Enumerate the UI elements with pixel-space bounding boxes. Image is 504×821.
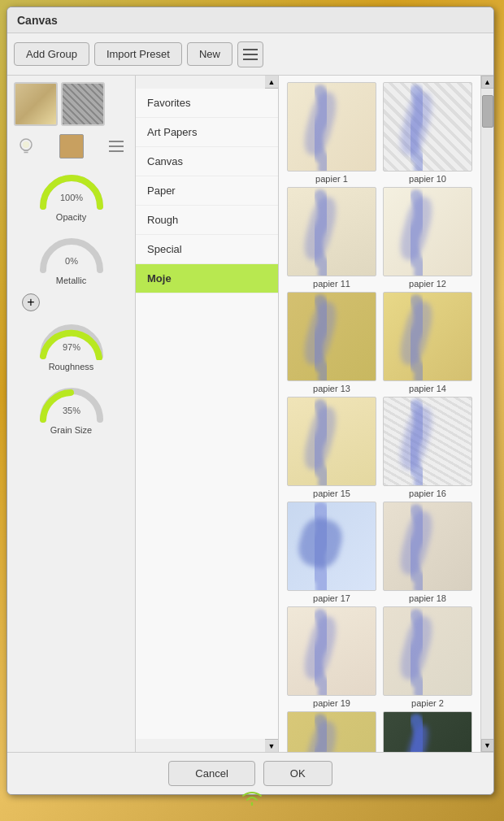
nav-item-canvas[interactable]: Canvas (136, 147, 278, 176)
nav-item-moje[interactable]: Moje (136, 264, 278, 293)
texture-name-papier2: papier 2 (411, 698, 444, 708)
texture-preview-papier18 (383, 502, 472, 591)
nav-panel: Favorites Art Papers Canvas Paper Rough … (136, 89, 279, 739)
texture-item-papier10[interactable]: papier 10 (381, 82, 474, 184)
import-preset-button[interactable]: Import Preset (94, 42, 182, 66)
texture-item-papier21[interactable]: papier 21 (381, 711, 474, 752)
svg-rect-1 (243, 54, 258, 55)
scroll-down-arrow[interactable]: ▼ (481, 739, 494, 752)
ok-button[interactable]: OK (263, 761, 332, 786)
texture-name-papier19: papier 19 (313, 698, 350, 708)
texture-preview-papier10 (383, 82, 472, 172)
nav-scroll-up[interactable]: ▲ (265, 76, 278, 89)
nav-scroll-down[interactable]: ▼ (265, 739, 278, 752)
window-title: Canvas (17, 14, 58, 27)
new-button[interactable]: New (187, 42, 232, 66)
nav-item-art-papers[interactable]: Art Papers (136, 118, 278, 147)
texture-preview-papier14 (383, 292, 472, 381)
canvas-panel: Canvas Add Group Import Preset New (7, 7, 494, 795)
roughness-label: Roughness (49, 362, 94, 371)
add-group-button[interactable]: Add Group (14, 42, 89, 66)
metallic-control[interactable]: 0% Metallic (14, 233, 128, 285)
left-panel: 100% Opacity 0% Metallic + (7, 76, 136, 752)
texture-preview-papier15 (287, 397, 376, 486)
texture-item-papier19[interactable]: papier 19 (285, 606, 378, 708)
svg-rect-0 (243, 49, 258, 50)
add-button[interactable]: + (22, 293, 40, 311)
texture-item-papier20[interactable]: papier 20 (285, 711, 378, 752)
texture-item-papier16[interactable]: papier 16 (381, 397, 474, 498)
texture-name-papier16: papier 16 (409, 489, 446, 498)
scroll-up-arrow[interactable]: ▲ (481, 76, 494, 89)
svg-text:97%: 97% (62, 342, 80, 352)
texture-preview-papier19 (287, 606, 376, 696)
texture-preview-papier13 (287, 292, 376, 381)
wifi-indicator (240, 788, 264, 811)
opacity-control[interactable]: 100% Opacity (14, 170, 128, 222)
texture-preview-papier21 (383, 711, 472, 752)
texture-item-papier18[interactable]: papier 18 (381, 502, 474, 603)
svg-text:35%: 35% (62, 406, 80, 415)
svg-text:0%: 0% (65, 256, 78, 266)
texture-item-papier11[interactable]: papier 11 (285, 187, 378, 289)
right-scrollbar: ▲ ▼ (480, 76, 493, 752)
controls-row (14, 134, 128, 159)
texture-item-papier2[interactable]: papier 2 (381, 606, 474, 708)
texture-name-papier10: papier 10 (409, 174, 446, 184)
svg-text:100%: 100% (59, 193, 82, 202)
toolbar: Add Group Import Preset New (7, 33, 493, 76)
title-bar: Canvas (7, 7, 493, 33)
texture-panel: papier 1papier 10papier 11papier 12papie… (279, 76, 480, 752)
color-swatch[interactable] (59, 134, 84, 159)
grain-size-control[interactable]: 35% Grain Size (14, 383, 128, 435)
svg-rect-2 (243, 59, 258, 60)
nav-item-rough[interactable]: Rough (136, 206, 278, 235)
list-icon[interactable] (104, 134, 128, 159)
texture-item-papier14[interactable]: papier 14 (381, 292, 474, 393)
texture-item-papier15[interactable]: papier 15 (285, 397, 378, 498)
brush-previews (14, 82, 128, 126)
cancel-button[interactable]: Cancel (168, 761, 254, 786)
texture-item-papier13[interactable]: papier 13 (285, 292, 378, 393)
texture-preview-papier1 (287, 82, 376, 172)
brush-preview-2[interactable] (61, 82, 105, 126)
texture-grid: papier 1papier 10papier 11papier 12papie… (282, 79, 477, 752)
texture-preview-papier17 (287, 502, 376, 591)
grain-size-label: Grain Size (50, 425, 92, 435)
texture-name-papier12: papier 12 (409, 279, 446, 289)
brush-preview-1[interactable] (14, 82, 58, 126)
nav-item-favorites[interactable]: Favorites (136, 89, 278, 118)
roughness-control[interactable]: 97% Roughness (14, 319, 128, 371)
texture-name-papier13: papier 13 (313, 384, 350, 393)
texture-preview-papier12 (383, 187, 472, 276)
scroll-track[interactable] (481, 89, 493, 739)
texture-item-papier12[interactable]: papier 12 (381, 187, 474, 289)
texture-name-papier1: papier 1 (315, 174, 348, 184)
svg-rect-5 (109, 141, 124, 142)
opacity-label: Opacity (56, 212, 86, 222)
texture-name-papier14: papier 14 (409, 384, 446, 393)
texture-name-papier11: papier 11 (313, 279, 350, 289)
scroll-thumb[interactable] (482, 95, 493, 128)
texture-preview-papier16 (383, 397, 472, 486)
texture-name-papier15: papier 15 (313, 489, 350, 498)
texture-name-papier17: papier 17 (313, 593, 350, 603)
svg-point-4 (23, 141, 29, 148)
metallic-label: Metallic (56, 276, 86, 285)
svg-rect-6 (109, 146, 124, 147)
texture-preview-papier11 (287, 187, 376, 276)
menu-icon (243, 49, 258, 60)
svg-rect-7 (109, 150, 124, 152)
nav-item-paper[interactable]: Paper (136, 176, 278, 206)
menu-icon-button[interactable] (237, 41, 263, 67)
nav-item-special[interactable]: Special (136, 235, 278, 264)
texture-item-papier17[interactable]: papier 17 (285, 502, 378, 603)
texture-preview-papier20 (287, 711, 376, 752)
lightbulb-icon[interactable] (14, 134, 38, 159)
texture-name-papier18: papier 18 (409, 593, 446, 603)
main-content: 100% Opacity 0% Metallic + (7, 76, 493, 752)
texture-item-papier1[interactable]: papier 1 (285, 82, 378, 184)
texture-preview-papier2 (383, 606, 472, 696)
